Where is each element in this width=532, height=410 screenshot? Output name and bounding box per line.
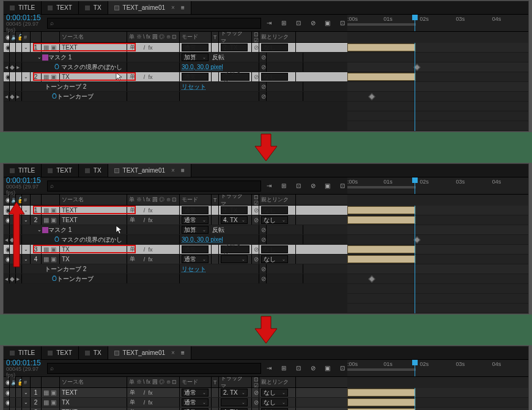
layer-bar[interactable] — [347, 398, 416, 406]
layer-row[interactable]: トーンカーブ 2 リセット ⊘ — [4, 264, 347, 274]
source-name-col[interactable]: ソース名 — [60, 195, 127, 205]
search-input[interactable]: ⌕ — [47, 181, 261, 192]
twisty-icon[interactable]: ⌄ — [24, 400, 28, 405]
layer-row[interactable]: ◉ ⌄ 1 ▦ ▣ TEXT 单/fx 通常⌄ 3. TX⌄ ⊘ なし⌄ — [4, 206, 347, 215]
mode-col[interactable]: モード — [180, 377, 212, 387]
tab-menu-icon[interactable]: ≡ — [181, 167, 185, 174]
layer-row[interactable]: ◂ ◆ ▸ Ö マスクの境界のぼかし 30.0, 30.0 pixel ⊘ — [4, 62, 347, 72]
timeline-lane[interactable] — [347, 245, 528, 255]
stopwatch-icon[interactable]: Ö — [52, 275, 57, 282]
layer-row[interactable]: ⌄ マスク 1 加算⌄ 反転 ⊘ — [4, 225, 347, 235]
playhead-line[interactable] — [415, 388, 415, 410]
parent-pick-icon[interactable]: ⊘ — [254, 399, 259, 406]
timeline-lane[interactable] — [347, 206, 528, 215]
layer-bar[interactable] — [347, 245, 416, 253]
layer-row[interactable]: ◂ ◆ ▸ Ö マスクの境界のぼかし 30.0, 30.0 pixel ⊘ — [4, 235, 347, 245]
parent-pick-icon[interactable]: ⊘ — [254, 73, 259, 80]
tab-1[interactable]: TEXT — [42, 346, 79, 359]
mode-col[interactable]: モード — [180, 195, 212, 205]
prop-value[interactable]: 30.0, 30.0 pixel — [182, 64, 223, 70]
layer-switches[interactable]: 单/fx — [129, 389, 166, 397]
layer-bar[interactable] — [347, 73, 416, 81]
link-icon[interactable]: ⊘ — [261, 266, 266, 272]
parent-dropdown[interactable]: なし⌄ — [261, 43, 288, 51]
toolbar-icon-5[interactable]: ⊡ — [338, 19, 347, 28]
trackmatte-dropdown[interactable]: 4. TX⌄ — [221, 216, 248, 224]
switches-col[interactable]: 单 ※ \ fx 圓 ◎ ⊙ ⊡ — [127, 32, 180, 42]
twisty-icon[interactable]: ⌄ — [24, 45, 28, 50]
toolbar-icon-4[interactable]: ▣ — [323, 364, 332, 373]
twisty-icon[interactable]: ⌄ — [24, 74, 28, 80]
stopwatch-icon[interactable]: Ö — [52, 93, 57, 100]
parent-pick-icon[interactable]: ⊘ — [254, 256, 259, 263]
mask-invert[interactable]: 反転 — [212, 53, 224, 62]
toolbar-icon-3[interactable]: ⊘ — [309, 19, 317, 28]
toolbar-icon-1[interactable]: ⊞ — [279, 364, 288, 373]
parent-col[interactable]: 親とリンク — [259, 195, 296, 205]
toolbar-icon-2[interactable]: ⊡ — [294, 182, 303, 190]
tab-2[interactable]: TX — [79, 164, 108, 177]
timecode-cell[interactable]: 0:00:01:15 00045 (29.97 fps) — [4, 359, 43, 378]
tab-3[interactable]: TEXT_anime01 ×≡ — [108, 164, 191, 177]
mask-invert[interactable]: 反転 — [212, 226, 224, 234]
layer-row[interactable]: ◉ ⌄ 1 ▦ ▣ TEXT 单/fx 通常⌄ 2. TX⌄ ⊘ なし⌄ — [4, 43, 347, 53]
eye-col-icon[interactable]: ◉ — [6, 34, 10, 40]
twisty-icon[interactable]: ⌄ — [24, 390, 28, 395]
keyframe-icon[interactable] — [368, 275, 375, 282]
link-icon[interactable]: ⊘ — [261, 93, 266, 100]
parent-col[interactable]: 親とリンク — [259, 377, 296, 387]
layer-switches[interactable]: 单/fx — [129, 255, 166, 263]
blend-mode-dropdown[interactable]: 通常⌄ — [182, 245, 209, 253]
eye-toggle[interactable]: ◉ — [6, 44, 10, 51]
timeline-lane[interactable] — [347, 235, 528, 245]
tab-1[interactable]: TEXT — [42, 164, 79, 177]
toolbar-icon-3[interactable]: ⊘ — [309, 364, 317, 373]
blend-mode-dropdown[interactable]: 通常⌄ — [182, 43, 209, 51]
switches-col[interactable]: 单 ※ \ fx 圓 ◎ ⊙ ⊡ — [127, 377, 180, 387]
toolbar-icon-2[interactable]: ⊡ — [294, 364, 303, 373]
parent-dropdown[interactable]: なし⌄ — [261, 389, 288, 397]
tab-0[interactable]: TITLE — [4, 346, 42, 359]
trackmatte-dropdown[interactable]: ⌄ — [221, 398, 248, 406]
eye-toggle[interactable]: ◉ — [6, 73, 10, 80]
timeline-lane[interactable] — [347, 388, 528, 398]
tab-3[interactable]: TEXT_anime01 ×≡ — [108, 346, 191, 359]
keyframe-nav[interactable]: ◂ ◆ ▸ — [5, 64, 10, 70]
tab-2[interactable]: TX — [79, 1, 108, 14]
layer-row[interactable]: ◉ ⌄ 3 ▦ ▣ TEXT 单/fx 通常⌄ 4. TX⌄ ⊘ なし⌄ — [4, 408, 347, 410]
layer-switches[interactable]: 单/fx — [129, 245, 166, 253]
trackmatte-col[interactable]: トラックマ.. — [219, 195, 252, 205]
keyframe-nav[interactable]: ◂ ◆ ▸ — [5, 93, 10, 100]
prop-value[interactable]: リセット — [182, 265, 206, 274]
keyframe-icon[interactable] — [368, 93, 375, 100]
layer-name[interactable]: TEXT — [60, 408, 127, 410]
layer-row[interactable]: ◉ ⌄ 1 ▦ ▣ TEXT 单/fx 通常⌄ 2. TX⌄ ⊘ なし⌄ — [4, 388, 347, 398]
parent-dropdown[interactable]: なし⌄ — [261, 255, 288, 263]
layer-switches[interactable]: 单/fx — [129, 43, 166, 51]
link-icon[interactable]: ⊘ — [261, 236, 266, 243]
timeline-body[interactable] — [347, 388, 528, 410]
parent-pick-icon[interactable]: ⊘ — [254, 217, 259, 223]
toolbar-icon-1[interactable]: ⊞ — [279, 182, 288, 190]
blend-mode-dropdown[interactable]: 通常⌄ — [182, 216, 209, 224]
work-area[interactable] — [347, 23, 416, 26]
lock-col-icon[interactable]: 🔒 — [18, 34, 22, 40]
timeline-lane[interactable] — [347, 43, 528, 53]
tab-0[interactable]: TITLE — [4, 164, 42, 177]
layer-bar[interactable] — [347, 43, 416, 51]
trackmatte-dropdown[interactable]: 3. TX⌄ — [221, 206, 248, 214]
twisty-icon[interactable]: ⌄ — [36, 54, 42, 60]
blend-mode-dropdown[interactable]: 通常⌄ — [182, 73, 209, 81]
link-icon[interactable]: ⊘ — [261, 275, 266, 282]
link-icon[interactable]: ⊘ — [261, 64, 266, 70]
stopwatch-icon[interactable]: Ö — [54, 64, 59, 70]
timeline-lane[interactable] — [347, 215, 528, 225]
search-input[interactable]: ⌕ — [47, 363, 261, 374]
prop-value[interactable]: リセット — [182, 83, 206, 91]
layer-bar[interactable] — [347, 255, 416, 263]
close-icon[interactable]: × — [171, 167, 175, 174]
parent-pick-icon[interactable]: ⊘ — [254, 207, 259, 214]
timeline-body[interactable] — [347, 206, 528, 313]
playhead-line[interactable] — [415, 43, 415, 131]
eye-col-icon[interactable]: ◉ — [6, 379, 10, 386]
